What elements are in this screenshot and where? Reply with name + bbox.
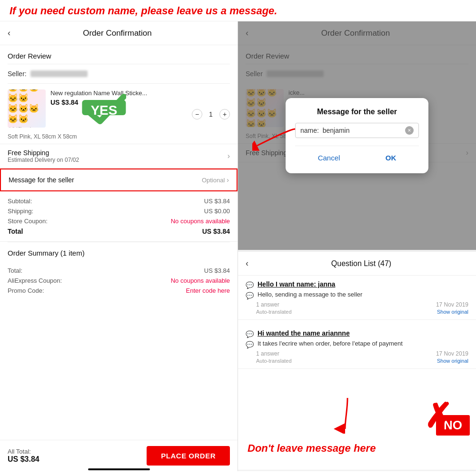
qty-decrease-left[interactable]: − — [192, 109, 202, 119]
summary-totals: Total: US $3.84 AliExpress Coupon: No co… — [0, 266, 238, 296]
product-details-left: New regulation Name Wall Sticke... US $3… — [50, 89, 230, 119]
left-panel-title: Order Confirmation — [16, 29, 218, 38]
shipping-date-left: Estimated Delivery on 07/02 — [8, 157, 228, 163]
subtotal-row: Subtotal: US $3.84 — [8, 196, 230, 206]
red-arrow-down-indicator — [333, 396, 362, 436]
ask-bar: Ask — [238, 470, 476, 471]
right-panel: ‹ Order Confirmation Order Review Seller… — [238, 21, 476, 471]
product-name-left: New regulation Name Wall Sticke... — [50, 89, 230, 97]
answer-icon-1: 💬 — [246, 292, 254, 299]
grand-total-label: Total — [8, 228, 23, 235]
order-summary-section: Order Summary (1 item) — [0, 242, 238, 266]
banner-text: If you need custom name, please leave us… — [10, 5, 277, 17]
order-summary-title: Order Summary (1 item) — [8, 249, 230, 257]
seller-label-left: Seller: — [8, 70, 27, 78]
modal-clear-button[interactable]: × — [405, 126, 414, 135]
modal-ok-button[interactable]: OK — [378, 152, 404, 164]
shipping-arrow-left: › — [228, 152, 230, 160]
summary-total-label: Total: — [8, 267, 22, 274]
answer-date-1: 17 Nov 2019 — [436, 301, 468, 308]
shipping-total-value: US $0.00 — [204, 208, 230, 215]
answer-text-2: It takes l'ecrire when order, before l'e… — [258, 340, 403, 347]
grand-total-row: Total US $3.84 — [8, 226, 230, 237]
question-title-1[interactable]: Hello I want name: janna — [258, 280, 335, 288]
main-layout: ‹ Order Confirmation Order Review Seller… — [0, 21, 476, 471]
qty-num-left: 1 — [206, 110, 216, 118]
seller-name-blur-left — [30, 70, 88, 77]
left-panel-header: ‹ Order Confirmation — [0, 21, 238, 45]
aliexpress-coupon-row: AliExpress Coupon: No coupons available — [8, 276, 230, 286]
answer-count-2: 1 answer — [256, 350, 279, 357]
subtotal-label: Subtotal: — [8, 198, 32, 205]
dont-leave-text: Don't leave message here — [248, 442, 466, 455]
auto-translated-1: Auto-translated — [256, 309, 292, 315]
question-title-2[interactable]: Hi wanted the name ariannne — [258, 329, 350, 337]
shipping-title-left: Free Shipping — [8, 149, 228, 157]
modal-cancel-button[interactable]: Cancel — [310, 152, 348, 164]
answer-date-2: 17 Nov 2019 — [436, 350, 468, 357]
question-item-2: 💬 Hi wanted the name ariannne 💬 It takes… — [238, 325, 476, 369]
home-indicator-left — [88, 468, 150, 470]
summary-total-value: US $3.84 — [204, 267, 230, 274]
answer-text-1: Hello, sending a message to the seller — [258, 291, 362, 298]
question-item-1: 💬 Hello I want name: janna 💬 Hello, send… — [238, 276, 476, 320]
modal-input-row[interactable]: × — [295, 123, 419, 138]
message-seller-row-left[interactable]: Message for the seller Optional › — [0, 169, 238, 191]
back-button-left[interactable]: ‹ — [8, 28, 10, 38]
subtotal-value: US $3.84 — [204, 198, 230, 205]
show-original-1[interactable]: Show original — [437, 309, 468, 315]
place-order-button[interactable]: PLACE ORDER — [147, 446, 230, 466]
product-image-left: 🐱🐱🐱🐱🐱 🐱🐱🐱🐱🐱 Hello! The color you choose … — [8, 89, 46, 128]
promo-value[interactable]: Enter code here — [186, 287, 230, 294]
all-total-label: All Total: — [8, 448, 31, 455]
shipping-info-left: Free Shipping Estimated Delivery on 07/0… — [8, 149, 228, 163]
message-seller-modal: Message for the seller × Cancel OK — [286, 98, 428, 173]
order-totals-left: Subtotal: US $3.84 Shipping: US $0.00 St… — [0, 191, 238, 242]
modal-input[interactable] — [300, 127, 405, 134]
place-order-bar: All Total: US $3.84 PLACE ORDER — [0, 440, 238, 471]
left-panel: ‹ Order Confirmation Order Review Seller… — [0, 21, 238, 471]
answer-icon-2: 💬 — [246, 341, 254, 348]
question-icon-2: 💬 — [246, 330, 254, 338]
message-seller-label-left: Message for the seller — [9, 176, 202, 184]
product-qty-row-left: − 1 + — [50, 109, 230, 119]
promo-row: Promo Code: Enter code here — [8, 286, 230, 296]
question-icon-1: 💬 — [246, 281, 254, 289]
order-review-label-left: Order Review — [0, 45, 238, 64]
modal-title: Message for the seller — [295, 108, 419, 116]
right-bottom-section: ‹ Question List (47) 💬 Hello I want name… — [238, 252, 476, 471]
all-total-value: US $3.84 — [8, 455, 40, 464]
store-coupon-label: Store Coupon: — [8, 218, 48, 225]
shipping-total-row: Shipping: US $0.00 — [8, 206, 230, 216]
show-original-2[interactable]: Show original — [437, 358, 468, 364]
qty-increase-left[interactable]: + — [219, 109, 230, 119]
store-coupon-value[interactable]: No coupons available — [171, 218, 230, 225]
message-arrow-left: › — [227, 176, 229, 184]
promo-label: Promo Code: — [8, 287, 44, 294]
answer-count-1: 1 answer — [256, 301, 279, 308]
grand-total-value: US $3.84 — [202, 228, 230, 235]
seller-row-left: Seller: — [0, 64, 238, 83]
product-variant-left: Soft Pink, XL 58cm X 58cm — [0, 133, 238, 144]
shipping-total-label: Shipping: — [8, 208, 33, 215]
question-list-title: Question List (47) — [254, 259, 468, 268]
place-order-total-section: All Total: US $3.84 — [8, 448, 40, 464]
modal-overlay: Message for the seller × Cancel OK — [238, 21, 476, 250]
shipping-row-left[interactable]: Free Shipping Estimated Delivery on 07/0… — [0, 144, 238, 169]
product-price-left: US $3.84 — [50, 99, 230, 106]
aliexpress-coupon-value[interactable]: No coupons available — [171, 277, 230, 284]
store-coupon-row: Store Coupon: No coupons available — [8, 216, 230, 226]
top-banner: If you need custom name, please leave us… — [0, 0, 476, 21]
message-optional-left: Optional — [202, 177, 225, 184]
summary-total-row: Total: US $3.84 — [8, 266, 230, 276]
right-top-section: ‹ Order Confirmation Order Review Seller… — [238, 21, 476, 250]
modal-buttons: Cancel OK — [295, 146, 419, 164]
auto-translated-2: Auto-translated — [256, 358, 292, 364]
yes-badge: YES — [82, 100, 126, 115]
aliexpress-coupon-label: AliExpress Coupon: — [8, 277, 62, 284]
question-list-back[interactable]: ‹ — [246, 258, 248, 268]
question-list-header: ‹ Question List (47) — [238, 252, 476, 276]
x-mark: ✗ — [424, 399, 452, 433]
